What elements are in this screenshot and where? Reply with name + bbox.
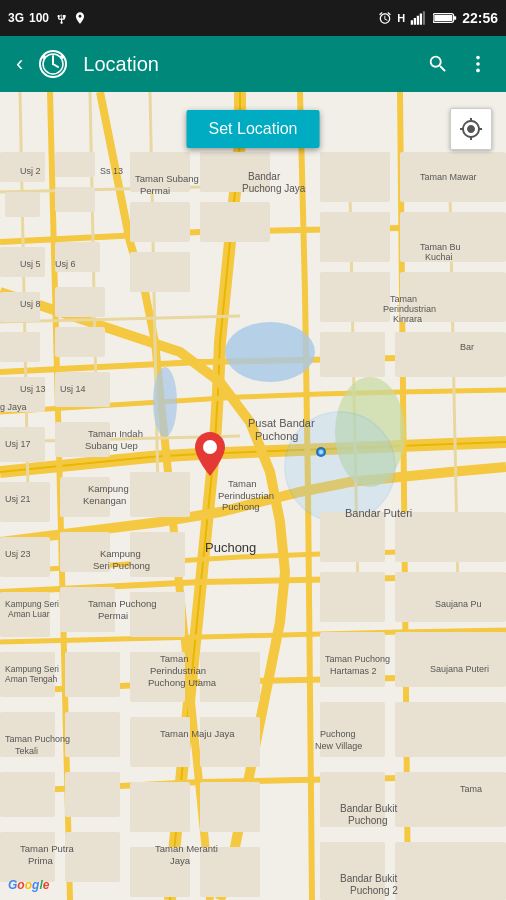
status-left: 3G 100 <box>8 11 87 25</box>
svg-rect-83 <box>395 772 506 827</box>
svg-rect-62 <box>200 782 260 832</box>
app-title: Location <box>83 53 418 76</box>
signal-indicator: 3G <box>8 11 24 25</box>
usb-icon <box>54 11 68 25</box>
svg-rect-47 <box>65 772 120 817</box>
search-button[interactable] <box>418 44 458 84</box>
svg-text:Ss 13: Ss 13 <box>100 166 123 176</box>
svg-text:Usj 23: Usj 23 <box>5 549 31 559</box>
svg-text:Taman: Taman <box>390 294 417 304</box>
svg-rect-77 <box>395 572 506 622</box>
svg-point-12 <box>42 55 46 59</box>
svg-text:Usj 13: Usj 13 <box>20 384 46 394</box>
svg-rect-43 <box>65 652 120 697</box>
svg-rect-0 <box>411 20 413 25</box>
svg-rect-72 <box>320 332 385 377</box>
battery-level: 100 <box>29 11 49 25</box>
svg-text:Kampung Seri: Kampung Seri <box>5 599 59 609</box>
svg-text:Puchong: Puchong <box>205 540 256 555</box>
map-container[interactable]: Usj 2 Usj 5 Usj 6 Usj 8 Usj 13 Usj 14 Us… <box>0 92 506 900</box>
svg-text:Taman Maju Jaya: Taman Maju Jaya <box>160 728 235 739</box>
svg-point-19 <box>225 322 315 382</box>
svg-text:Kuchai: Kuchai <box>425 252 453 262</box>
svg-text:Kenangan: Kenangan <box>83 495 126 506</box>
svg-text:Bandar: Bandar <box>248 171 281 182</box>
svg-text:Taman: Taman <box>160 653 189 664</box>
svg-rect-66 <box>320 152 390 202</box>
svg-rect-2 <box>417 16 419 25</box>
svg-text:Taman Meranti: Taman Meranti <box>155 843 218 854</box>
svg-text:Saujana Pu: Saujana Pu <box>435 599 482 609</box>
svg-rect-76 <box>320 572 385 622</box>
location-pin <box>195 432 225 480</box>
svg-rect-7 <box>434 15 452 21</box>
svg-text:Usj 2: Usj 2 <box>20 166 41 176</box>
svg-rect-69 <box>400 212 506 262</box>
svg-rect-70 <box>320 272 390 322</box>
svg-text:Jaya: Jaya <box>170 855 191 866</box>
svg-rect-30 <box>55 287 105 317</box>
svg-point-148 <box>203 440 217 454</box>
map-background: Usj 2 Usj 5 Usj 6 Usj 8 Usj 13 Usj 14 Us… <box>0 92 506 900</box>
svg-rect-23 <box>5 192 40 217</box>
svg-text:Puchong Jaya: Puchong Jaya <box>242 183 306 194</box>
app-icon <box>35 46 71 82</box>
svg-text:Tekali: Tekali <box>15 746 38 756</box>
svg-text:Bar: Bar <box>460 342 474 352</box>
svg-rect-81 <box>395 702 506 757</box>
svg-text:Puchong: Puchong <box>348 815 387 826</box>
svg-rect-54 <box>200 202 270 242</box>
svg-text:Seri Puchong: Seri Puchong <box>93 560 150 571</box>
svg-rect-75 <box>395 512 506 562</box>
svg-rect-29 <box>0 332 40 362</box>
svg-text:Usj 14: Usj 14 <box>60 384 86 394</box>
svg-text:Usj 6: Usj 6 <box>55 259 76 269</box>
svg-rect-73 <box>395 332 506 377</box>
svg-text:Usj 17: Usj 17 <box>5 439 31 449</box>
svg-rect-25 <box>55 187 95 212</box>
svg-text:Prima: Prima <box>28 855 54 866</box>
svg-point-15 <box>476 62 480 66</box>
svg-rect-63 <box>200 847 260 897</box>
svg-text:Puchong: Puchong <box>320 729 356 739</box>
svg-text:Permai: Permai <box>98 610 128 621</box>
svg-point-14 <box>476 56 480 60</box>
svg-rect-59 <box>130 717 190 767</box>
svg-line-11 <box>53 64 58 67</box>
svg-rect-6 <box>454 16 457 19</box>
svg-point-20 <box>153 367 177 437</box>
h-signal: H <box>397 12 405 24</box>
svg-text:Puchong 2: Puchong 2 <box>350 885 398 896</box>
svg-point-151 <box>319 450 323 454</box>
svg-text:Bandar Bukit: Bandar Bukit <box>340 803 397 814</box>
svg-text:Permai: Permai <box>140 185 170 196</box>
blue-dot <box>315 444 327 462</box>
set-location-button[interactable]: Set Location <box>187 110 320 148</box>
svg-rect-31 <box>55 327 105 357</box>
gps-button[interactable] <box>450 108 492 150</box>
svg-text:Bandar Puteri: Bandar Puteri <box>345 507 412 519</box>
back-button[interactable]: ‹ <box>8 43 31 85</box>
battery-icon <box>433 11 457 25</box>
svg-rect-45 <box>65 712 120 757</box>
status-bar: 3G 100 H 22:56 <box>0 0 506 36</box>
svg-point-16 <box>476 69 480 73</box>
svg-text:Hartamas 2: Hartamas 2 <box>330 666 377 676</box>
svg-text:Taman Mawar: Taman Mawar <box>420 172 477 182</box>
svg-rect-4 <box>423 11 425 25</box>
svg-text:Taman Indah: Taman Indah <box>88 428 143 439</box>
svg-rect-24 <box>55 152 95 177</box>
svg-text:Bandar Bukit: Bandar Bukit <box>340 873 397 884</box>
svg-text:Taman Puchong: Taman Puchong <box>325 654 390 664</box>
status-right: H 22:56 <box>378 10 498 26</box>
svg-text:Perindustrian: Perindustrian <box>383 304 436 314</box>
svg-text:Taman Puchong: Taman Puchong <box>5 734 70 744</box>
svg-text:Puchong Utama: Puchong Utama <box>148 677 217 688</box>
svg-rect-85 <box>395 842 506 900</box>
svg-rect-61 <box>200 717 260 767</box>
svg-text:Kampung: Kampung <box>88 483 129 494</box>
svg-text:Usj 5: Usj 5 <box>20 259 41 269</box>
more-options-button[interactable] <box>458 44 498 84</box>
time-display: 22:56 <box>462 10 498 26</box>
google-logo: Google <box>8 878 49 892</box>
